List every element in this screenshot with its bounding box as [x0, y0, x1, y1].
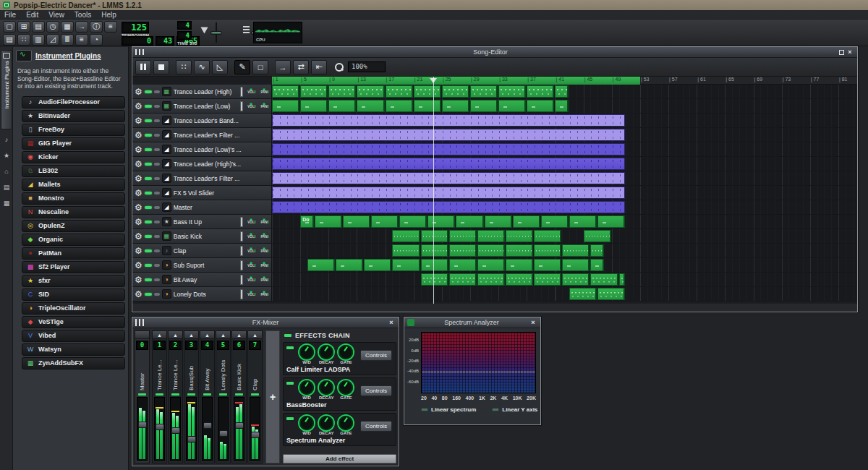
track-mini-fader[interactable]	[240, 101, 243, 111]
pattern-segment[interactable]	[392, 230, 420, 242]
channel-fader[interactable]	[234, 397, 244, 461]
linear-spectrum-led[interactable]	[421, 408, 428, 411]
plugin-item-nescaline[interactable]: NNescaline	[22, 206, 125, 218]
pattern-segment[interactable]	[427, 215, 455, 228]
pattern-segment[interactable]	[272, 100, 299, 112]
track-header-fx-5-vol-slider[interactable]: ⚙◢FX 5 Vol Slider	[132, 186, 272, 200]
track-gear-icon[interactable]: ⚙	[135, 247, 142, 255]
track-header-trance-leader-high-[interactable]: ⚙▦Trance Leader (High)VOLPAN	[132, 85, 272, 98]
channel-fader[interactable]	[170, 397, 181, 461]
pattern-segment[interactable]	[442, 85, 469, 98]
pattern-segment[interactable]	[328, 85, 356, 98]
plugin-item-vestige[interactable]: ◆VeSTige	[22, 316, 125, 328]
pattern-segment[interactable]	[477, 273, 505, 286]
menu-view[interactable]: View	[48, 11, 64, 19]
track-solo-led[interactable]	[154, 163, 160, 166]
track-gear-icon[interactable]: ⚙	[135, 189, 142, 197]
track-mute-led[interactable]	[145, 235, 152, 238]
track-mute-led[interactable]	[145, 293, 152, 296]
fx-channel-2[interactable]: ▲2Trance Le...	[168, 330, 183, 463]
pattern-segment[interactable]	[442, 100, 469, 112]
track-solo-led[interactable]	[154, 293, 160, 296]
pattern-segment[interactable]	[371, 215, 399, 228]
tempo-value[interactable]: 125	[122, 22, 149, 33]
track-gear-icon[interactable]: ⚙	[135, 116, 142, 125]
effect-enable-led[interactable]	[286, 346, 294, 349]
track-mini-fader[interactable]	[240, 246, 243, 256]
track-mini-fader[interactable]	[240, 260, 243, 270]
effect-knob[interactable]	[299, 345, 314, 359]
track-mute-led[interactable]	[145, 264, 152, 267]
project-notes-button[interactable]: ≡	[75, 34, 88, 46]
track-solo-led[interactable]	[154, 249, 160, 252]
pattern-segment[interactable]	[336, 259, 363, 271]
linear-spectrum-checkbox[interactable]: Linear spectrum	[421, 406, 476, 413]
track-solo-led[interactable]	[154, 119, 160, 122]
track-header-sub-suport[interactable]: ⚙◑Sub SuportVOLPAN	[132, 258, 272, 272]
pattern-segment[interactable]	[343, 215, 370, 228]
save-project-button[interactable]: ▦	[61, 21, 74, 33]
pattern-segment[interactable]	[597, 215, 625, 228]
track-mini-fader[interactable]	[240, 275, 243, 285]
effect-knob[interactable]	[339, 380, 353, 395]
channel-send-button[interactable]: ▲	[169, 331, 182, 339]
channel-mute-led[interactable]	[138, 393, 146, 396]
pattern-segment[interactable]	[364, 259, 391, 271]
plugin-item-lb302[interactable]: ♘LB302	[22, 165, 125, 177]
sidebar-tab-samples[interactable]: ♪	[2, 135, 11, 144]
pattern-segment[interactable]	[597, 288, 625, 300]
track-header-lonely-dots[interactable]: ⚙◑Lonely DotsVOLPAN	[132, 287, 272, 301]
channel-mute-led[interactable]	[235, 393, 243, 396]
pattern-segment[interactable]	[498, 85, 526, 98]
stop-button[interactable]	[153, 60, 169, 74]
fx-mixer-titlebar[interactable]: FX-Mixer ×	[132, 317, 399, 328]
timesig-denominator[interactable]: 4	[177, 31, 192, 40]
fx-channel-1[interactable]: ▲1Trance Le...	[152, 330, 167, 463]
channel-mute-led[interactable]	[219, 393, 227, 396]
track-gear-icon[interactable]: ⚙	[135, 131, 142, 140]
new-project-button[interactable]: ▢	[3, 21, 16, 33]
track-grid[interactable]	[272, 244, 857, 257]
automation-pattern[interactable]	[272, 114, 625, 127]
plugin-item-vibed[interactable]: VVibed	[22, 330, 125, 342]
effect-slot-calf-limiter-ladspa[interactable]: W/DDECAYGATEControlsCalf Limiter LADSPA	[283, 342, 396, 375]
pattern-segment[interactable]	[421, 244, 448, 257]
track-header-bit-away[interactable]: ⚙◑Bit AwayVOLPAN	[132, 273, 272, 286]
channel-send-button[interactable]: ▲	[184, 331, 198, 339]
track-grid[interactable]	[272, 142, 857, 156]
menu-tools[interactable]: Tools	[75, 11, 91, 19]
pattern-segment[interactable]	[449, 244, 477, 257]
fx-channel-5[interactable]: ▲5Lonely Dots	[216, 330, 231, 463]
plugin-item-gig-player[interactable]: ▦GIG Player	[22, 137, 125, 150]
add-automation-track-button[interactable]: ◺	[212, 60, 228, 74]
pattern-segment[interactable]	[477, 244, 505, 257]
pattern-segment[interactable]	[562, 273, 590, 286]
track-header-trance-leader-low-s-[interactable]: ⚙◢Trance Leader (Low)'s ...	[132, 142, 272, 156]
track-mute-led[interactable]	[145, 249, 152, 252]
pause-button[interactable]	[135, 60, 151, 74]
track-mini-fader[interactable]	[240, 289, 243, 299]
fx-channel-0[interactable]: 0Master	[135, 330, 150, 463]
track-header-trance-leader-s-band-[interactable]: ⚙◢Trance Leader's Band...	[132, 114, 272, 127]
effect-enable-led[interactable]	[286, 382, 294, 385]
plugin-item-sf2-player[interactable]: ▩Sf2 Player	[22, 261, 125, 273]
pattern-segment[interactable]	[307, 259, 335, 271]
track-solo-led[interactable]	[154, 105, 160, 108]
track-solo-led[interactable]	[154, 278, 160, 281]
pattern-segment[interactable]	[421, 230, 448, 242]
fader-handle[interactable]	[187, 436, 196, 443]
pattern-segment[interactable]	[392, 244, 420, 257]
song-editor-titlebar[interactable]: Song-Editor ×	[132, 47, 857, 58]
fx-channel-6[interactable]: ▲6Basic Kick	[231, 330, 247, 463]
effect-enable-led[interactable]	[286, 417, 294, 420]
channel-send-button[interactable]: ▲	[216, 331, 230, 339]
pattern-segment[interactable]	[386, 85, 413, 98]
track-mute-led[interactable]	[145, 177, 152, 180]
plugin-item-opulenz[interactable]: ◎OpulenZ	[22, 220, 125, 232]
track-mute-led[interactable]	[145, 119, 152, 122]
edit-mode-button[interactable]: □	[252, 60, 268, 74]
zoom-level[interactable]: 100%	[348, 61, 386, 72]
track-mute-led[interactable]	[145, 148, 152, 151]
track-grid[interactable]	[272, 287, 857, 301]
fx-channel-7[interactable]: ▲7Clap	[247, 330, 263, 463]
